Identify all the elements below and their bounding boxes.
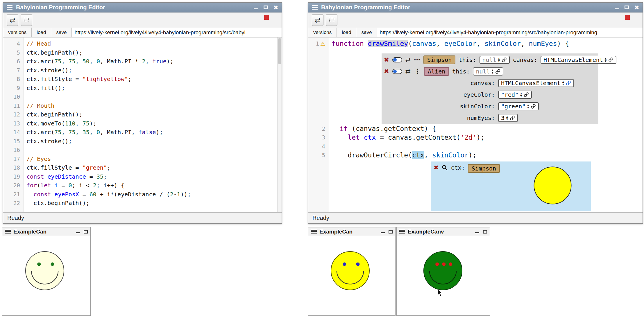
code-editor[interactable]: 1⚠function drawSmiley(canvas, eyeColor, … xyxy=(308,37,643,212)
titlebar[interactable]: ExampleCanv xyxy=(397,227,490,236)
swap-icon[interactable]: ⇄ xyxy=(405,68,411,75)
url-field[interactable]: https://lively-kernel.org/lively4/lively… xyxy=(377,28,643,37)
swap-arrows-button[interactable]: ⇄ xyxy=(312,14,323,26)
code-line[interactable]: 7ctx.stroke(); xyxy=(3,66,282,75)
code-line[interactable]: 3 let ctx = canvas.getContext('2d'); xyxy=(308,133,643,142)
link-icon[interactable] xyxy=(531,104,536,109)
titlebar[interactable]: Babylonian Programming Editor ✖ xyxy=(308,3,643,12)
close-icon[interactable]: ✖ xyxy=(634,5,639,10)
code-line[interactable]: 20for(let i = 0; i < 2; i++) { xyxy=(3,181,282,190)
maximize-icon[interactable] xyxy=(84,230,88,234)
menu-icon[interactable] xyxy=(311,230,317,234)
close-icon[interactable]: ✖ xyxy=(273,5,278,10)
titlebar[interactable]: Babylonian Programming Editor ✖ xyxy=(3,3,282,12)
delete-example-icon[interactable]: ✖ xyxy=(384,56,389,63)
warning-icon[interactable]: ⚠ xyxy=(320,39,325,48)
code-line[interactable]: 17// Eyes xyxy=(3,155,282,164)
code-line[interactable]: 12ctx.beginPath(); xyxy=(3,110,282,119)
code-line[interactable]: 11// Mouth xyxy=(3,101,282,110)
code-line[interactable]: 2 if (canvas.getContext) { xyxy=(308,124,643,133)
value-box-this[interactable]: null ▴ ▾ xyxy=(473,67,503,76)
link-icon[interactable] xyxy=(510,115,515,121)
load-button[interactable]: load xyxy=(337,28,356,37)
code-line[interactable]: 6ctx.arc(75, 75, 50, 0, Math.PI * 2, tru… xyxy=(3,57,282,66)
code-line[interactable]: 5ctx.beginPath(); xyxy=(3,48,282,57)
url-field[interactable]: https://lively-kernel.org/lively4/lively… xyxy=(72,28,282,37)
code-line[interactable]: 9ctx.fill(); xyxy=(3,84,282,93)
code-line[interactable]: 22 ctx.beginPath(); xyxy=(3,199,282,208)
link-icon[interactable] xyxy=(566,80,571,86)
select-region-button[interactable] xyxy=(326,14,337,26)
titlebar[interactable]: ExampleCan xyxy=(308,227,395,236)
code-line[interactable]: 4// Head xyxy=(3,39,282,48)
code-editor[interactable]: 4// Head5ctx.beginPath();6ctx.arc(75, 75… xyxy=(3,37,282,212)
maximize-icon[interactable] xyxy=(389,230,393,234)
menu-dots-icon[interactable]: ⋯ xyxy=(414,56,420,63)
value-stepper[interactable]: ▴ ▾ xyxy=(520,92,522,97)
menu-icon[interactable] xyxy=(5,230,11,234)
code-line[interactable]: 13ctx.moveTo(110, 75); xyxy=(3,119,282,128)
code-line[interactable]: 21 const eyePosX = 60 + i*(eyeDistance /… xyxy=(3,190,282,199)
delete-example-icon[interactable]: ✖ xyxy=(384,68,389,75)
link-icon[interactable] xyxy=(502,57,507,62)
minimize-icon[interactable] xyxy=(381,232,385,233)
code-line[interactable]: 8ctx.fillStyle = "lightyellow"; xyxy=(3,75,282,84)
value-box-canvas[interactable]: HTMLCanvasElement ▴ ▾ xyxy=(541,56,616,64)
value-box[interactable]: HTMLCanvasElement ▴ ▾ xyxy=(498,79,574,87)
code-line[interactable]: 4 xyxy=(308,142,643,151)
code-line[interactable]: 18ctx.fillStyle = "green"; xyxy=(3,163,282,172)
probe-badge-simpson[interactable]: Simpson xyxy=(468,164,500,173)
minimize-icon[interactable] xyxy=(76,232,80,233)
code-line[interactable]: 16 xyxy=(3,146,282,155)
menu-icon[interactable] xyxy=(7,5,12,10)
titlebar[interactable]: ExampleCan xyxy=(2,227,90,236)
maximize-icon[interactable] xyxy=(264,6,268,9)
scrollbar-thumb[interactable] xyxy=(278,38,281,64)
value-stepper[interactable]: ▴ ▾ xyxy=(506,115,508,121)
code-line[interactable]: 10 xyxy=(3,92,282,101)
minimize-icon[interactable] xyxy=(254,8,258,9)
swap-icon[interactable]: ⇄ xyxy=(405,56,411,63)
link-icon[interactable] xyxy=(608,57,613,62)
code-line[interactable]: 5 drawOuterCircle(ctx, skinColor); xyxy=(308,151,643,160)
link-icon[interactable] xyxy=(495,69,500,74)
value-stepper[interactable]: ▴ ▾ xyxy=(492,69,493,74)
value-stepper[interactable]: ▴ ▾ xyxy=(605,57,607,62)
stepper-down-icon[interactable]: ▾ xyxy=(605,60,607,62)
versions-button[interactable]: versions xyxy=(3,28,32,37)
stepper-down-icon[interactable]: ▾ xyxy=(562,83,564,86)
value-box-this[interactable]: null ▴ ▾ xyxy=(480,56,510,64)
link-icon[interactable] xyxy=(524,92,529,97)
stepper-down-icon[interactable]: ▾ xyxy=(498,60,500,62)
example-toggle[interactable] xyxy=(392,57,402,62)
code-line[interactable]: 19const eyeDistance = 35; xyxy=(3,172,282,181)
vertical-scrollbar[interactable] xyxy=(277,37,282,212)
value-stepper[interactable]: ▴ ▾ xyxy=(527,104,529,109)
value-box[interactable]: 3 ▴ ▾ xyxy=(498,114,518,122)
code-line[interactable]: 15ctx.stroke(); xyxy=(3,137,282,146)
example-badge-simpson[interactable]: Simpson xyxy=(423,55,455,64)
delete-probe-icon[interactable]: ✖ xyxy=(434,164,439,171)
example-badge-alien[interactable]: Alien xyxy=(424,67,449,76)
maximize-icon[interactable] xyxy=(483,230,487,234)
menu-icon[interactable] xyxy=(399,230,405,234)
stepper-down-icon[interactable]: ▾ xyxy=(520,95,522,97)
menu-icon[interactable] xyxy=(312,5,318,10)
menu-dots-icon[interactable]: ⋮ xyxy=(414,68,421,75)
value-stepper[interactable]: ▴ ▾ xyxy=(498,57,500,62)
value-stepper[interactable]: ▴ ▾ xyxy=(562,80,564,86)
select-region-button[interactable] xyxy=(21,14,32,26)
save-button[interactable]: save xyxy=(356,28,377,37)
magnifier-icon[interactable] xyxy=(442,165,448,171)
stepper-down-icon[interactable]: ▾ xyxy=(527,106,529,109)
versions-button[interactable]: versions xyxy=(308,28,337,37)
swap-arrows-button[interactable]: ⇄ xyxy=(7,14,18,26)
code-line[interactable]: 14ctx.arc(75, 75, 35, 0, Math.PI, false)… xyxy=(3,128,282,137)
maximize-icon[interactable] xyxy=(625,6,629,9)
example-toggle[interactable] xyxy=(392,69,402,74)
stepper-down-icon[interactable]: ▾ xyxy=(492,71,493,74)
minimize-icon[interactable] xyxy=(475,232,479,233)
load-button[interactable]: load xyxy=(32,28,51,37)
stepper-down-icon[interactable]: ▾ xyxy=(506,118,508,121)
minimize-icon[interactable] xyxy=(615,8,619,9)
